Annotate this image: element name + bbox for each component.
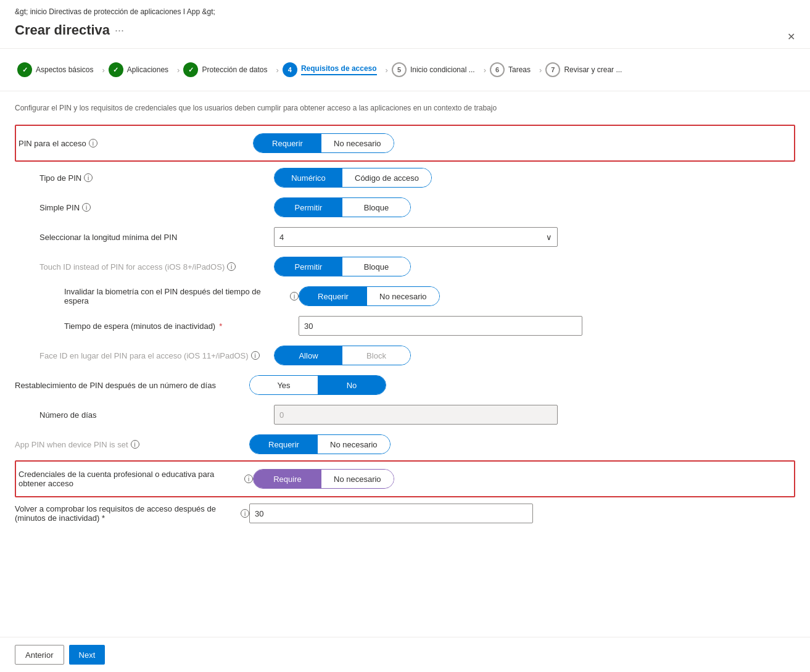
step-4[interactable]: 4 Requisitos de acceso: [280, 59, 384, 81]
invalidar-biometria-toggle: Requerir No necesario: [299, 286, 440, 306]
content-area: Configurar el PIN y los requisitos de cr…: [0, 91, 810, 541]
pin-acceso-requerir-btn[interactable]: Requerir: [254, 134, 321, 152]
restablecimiento-pin-yes-btn[interactable]: Yes: [250, 376, 318, 394]
credenciales-require-btn[interactable]: Require: [254, 470, 321, 488]
tipo-pin-info-icon[interactable]: i: [84, 173, 93, 182]
breadcrumb: &gt; inicio Directivas de protección de …: [0, 0, 810, 19]
sep-3: ›: [276, 65, 279, 75]
simple-pin-label: Simple PIN i: [39, 203, 274, 212]
numero-dias-input: [274, 405, 558, 425]
invalidar-biometria-no-necesario-btn[interactable]: No necesario: [367, 287, 439, 305]
row-face-id: Face ID en lugar del PIN para el acceso …: [15, 341, 795, 370]
simple-pin-permitir-btn[interactable]: Permitir: [275, 198, 342, 217]
sep-2: ›: [177, 65, 180, 75]
simple-pin-info-icon[interactable]: i: [82, 203, 91, 212]
longitud-pin-dropdown[interactable]: 4 ∨: [274, 227, 558, 247]
row-longitud-pin: Seleccionar la longitud mínima del PIN 4…: [15, 222, 795, 252]
step-4-circle: 4: [283, 62, 297, 77]
dropdown-chevron-icon: ∨: [546, 233, 552, 242]
pin-acceso-toggle: Requerir No necesario: [253, 133, 394, 153]
credenciales-toggle: Require No necesario: [253, 469, 394, 489]
next-button[interactable]: Next: [69, 645, 105, 665]
pin-acceso-controls: Requerir No necesario: [253, 133, 791, 153]
footer: Anterior Next: [0, 637, 810, 672]
numero-dias-label: Número de días: [39, 410, 274, 420]
credenciales-no-necesario-btn[interactable]: No necesario: [321, 470, 394, 488]
row-recomprobar: Volver a comprobar los requisitos de acc…: [15, 499, 795, 528]
sep-5: ›: [484, 65, 486, 75]
step-6-circle: 6: [490, 62, 505, 77]
tipo-pin-controls: Numérico Código de acceso: [274, 168, 795, 188]
step-1[interactable]: ✓ Aspectos básicos: [15, 59, 101, 81]
recomprobar-info-icon[interactable]: i: [241, 509, 249, 518]
step-5-circle: 5: [392, 62, 407, 77]
app-pin-label: App PIN when device PIN is set i: [15, 440, 249, 449]
step-5-label: Inicio condicional ...: [410, 65, 475, 74]
step-3-label: Protección de datos: [202, 65, 267, 74]
touch-id-permitir-btn[interactable]: Permitir: [275, 257, 342, 276]
sep-6: ›: [539, 65, 542, 75]
step-7[interactable]: 7 Revisar y crear ...: [543, 59, 629, 81]
row-simple-pin: Simple PIN i Permitir Bloque: [15, 193, 795, 222]
pin-acceso-info-icon[interactable]: i: [89, 139, 97, 147]
simple-pin-toggle: Permitir Bloque: [274, 197, 411, 217]
row-tiempo-espera: Tiempo de espera (minutos de inactividad…: [15, 311, 795, 341]
row-touch-id: Touch ID instead of PIN for access (iOS …: [15, 252, 795, 281]
app-pin-info-icon[interactable]: i: [131, 440, 139, 449]
recomprobar-input[interactable]: [249, 504, 533, 523]
invalidar-biometria-requerir-btn[interactable]: Requerir: [299, 287, 367, 305]
app-pin-no-necesario-btn[interactable]: No necesario: [318, 435, 390, 454]
restablecimiento-pin-toggle: Yes No: [249, 375, 386, 395]
simple-pin-bloque-btn[interactable]: Bloque: [342, 198, 410, 217]
step-3[interactable]: ✓ Protección de datos: [181, 59, 275, 81]
app-pin-requerir-btn[interactable]: Requerir: [250, 435, 318, 454]
sep-4: ›: [386, 65, 388, 75]
restablecimiento-pin-controls: Yes No: [249, 375, 795, 395]
steps-bar: ✓ Aspectos básicos › ✓ Aplicaciones › ✓ …: [0, 49, 810, 91]
touch-id-info-icon[interactable]: i: [227, 262, 236, 271]
step-7-circle: 7: [545, 62, 560, 77]
tiempo-espera-controls: [299, 316, 795, 336]
face-id-toggle: Allow Block: [274, 346, 411, 365]
row-pin-acceso: PIN para el acceso i Requerir No necesar…: [19, 128, 791, 158]
invalidar-biometria-label: Invalidar la biometría con el PIN despué…: [64, 287, 299, 305]
tipo-pin-toggle: Numérico Código de acceso: [274, 168, 432, 188]
row-invalidar-biometria: Invalidar la biometría con el PIN despué…: [15, 281, 795, 311]
pin-acceso-label: PIN para el acceso i: [19, 139, 253, 148]
restablecimiento-pin-label: Restablecimiento de PIN después de un nú…: [15, 381, 249, 390]
pin-acceso-no-necesario-btn[interactable]: No necesario: [321, 134, 394, 152]
face-id-block-btn[interactable]: Block: [342, 346, 410, 365]
face-id-controls: Allow Block: [274, 346, 795, 365]
credenciales-info-icon[interactable]: i: [244, 475, 253, 483]
credenciales-controls: Require No necesario: [253, 469, 791, 489]
section-description: Configurar el PIN y los requisitos de cr…: [15, 104, 795, 112]
step-6[interactable]: 6 Tareas: [487, 59, 538, 81]
title-dots: ···: [115, 24, 124, 37]
step-2-circle: ✓: [109, 62, 123, 77]
invalidar-biometria-info-icon[interactable]: i: [290, 292, 299, 301]
app-pin-toggle: Requerir No necesario: [249, 434, 391, 454]
row-credenciales: Credenciales de la cuenta profesional o …: [19, 464, 791, 494]
step-4-label: Requisitos de acceso: [301, 64, 377, 75]
face-id-info-icon[interactable]: i: [251, 351, 260, 360]
face-id-label: Face ID en lugar del PIN para el acceso …: [39, 351, 274, 360]
tiempo-espera-input[interactable]: [299, 316, 582, 336]
breadcrumb-text: &gt; inicio Directivas de protección de …: [15, 7, 215, 16]
step-1-label: Aspectos básicos: [36, 65, 93, 74]
touch-id-bloque-btn[interactable]: Bloque: [342, 257, 410, 276]
face-id-allow-btn[interactable]: Allow: [275, 346, 342, 365]
touch-id-controls: Permitir Bloque: [274, 257, 795, 276]
step-2[interactable]: ✓ Aplicaciones: [106, 59, 176, 81]
tipo-pin-codigo-btn[interactable]: Código de acceso: [342, 168, 431, 187]
step-5[interactable]: 5 Inicio condicional ...: [389, 59, 482, 81]
app-pin-controls: Requerir No necesario: [249, 434, 795, 454]
tiempo-espera-label: Tiempo de espera (minutos de inactividad…: [64, 321, 299, 331]
restablecimiento-pin-no-btn[interactable]: No: [318, 376, 386, 394]
recomprobar-controls: [249, 504, 795, 523]
tipo-pin-numerico-btn[interactable]: Numérico: [275, 168, 342, 187]
close-button[interactable]: ✕: [787, 31, 795, 43]
sep-1: ›: [102, 65, 104, 75]
step-1-circle: ✓: [17, 62, 32, 77]
back-button[interactable]: Anterior: [15, 645, 64, 665]
step-3-circle: ✓: [183, 62, 198, 77]
